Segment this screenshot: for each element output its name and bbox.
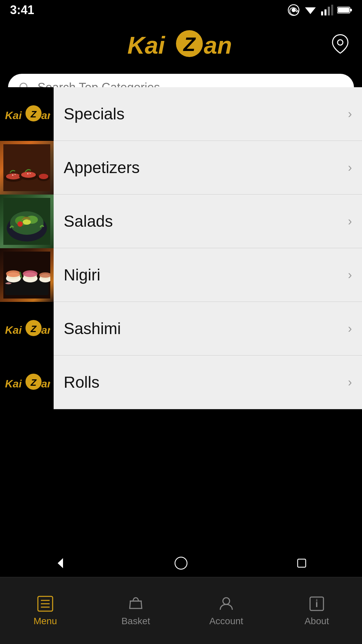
svg-text:Kai: Kai — [5, 324, 22, 336]
svg-marker-2 — [305, 7, 316, 14]
svg-point-60 — [175, 557, 187, 569]
svg-text:Z: Z — [183, 33, 196, 55]
chevron-right-icon: › — [348, 107, 362, 121]
salads-food — [3, 198, 50, 245]
list-item[interactable]: Kai Z an Rolls › — [0, 356, 362, 409]
svg-point-27 — [39, 174, 48, 179]
list-item[interactable]: Appetizers › — [0, 141, 362, 195]
account-icon-svg — [218, 595, 235, 612]
svg-point-38 — [17, 221, 23, 227]
svg-text:Kai: Kai — [127, 32, 166, 59]
svg-text:Z: Z — [30, 324, 37, 334]
chevron-right-icon: › — [348, 375, 362, 389]
basket-icon — [127, 595, 144, 612]
svg-point-28 — [12, 174, 13, 176]
svg-text:an: an — [204, 32, 232, 59]
content-area: Kai Z an Specials › — [0, 87, 362, 550]
bottom-nav: Menu Basket Account i — [0, 577, 362, 644]
category-list: Kai Z an Specials › — [0, 87, 362, 409]
list-item[interactable]: Kai Z an Specials › — [0, 87, 362, 141]
svg-point-31 — [30, 173, 31, 174]
chevron-right-icon: › — [348, 268, 362, 282]
category-thumb-rolls: Kai Z an — [0, 356, 54, 409]
wifi-icon — [304, 5, 317, 15]
basket-icon-svg — [127, 595, 144, 612]
svg-point-25 — [21, 172, 36, 178]
category-label-appetizers: Appetizers — [54, 158, 348, 177]
svg-text:an: an — [41, 109, 50, 121]
header: Kai Z an — [0, 20, 362, 67]
recents-icon — [295, 556, 308, 570]
android-nav-bar — [0, 550, 362, 577]
home-button[interactable] — [174, 556, 188, 571]
category-label-nigiri: Nigiri — [54, 266, 348, 284]
svg-text:Z: Z — [30, 109, 37, 119]
svg-rect-21 — [3, 144, 50, 191]
about-icon-svg: i — [308, 595, 325, 612]
nigiri-food — [3, 252, 50, 299]
nav-item-basket[interactable]: Basket — [90, 577, 181, 644]
svg-text:an: an — [41, 378, 50, 390]
chevron-right-icon: › — [348, 322, 362, 336]
list-item[interactable]: Nigiri › — [0, 248, 362, 302]
category-thumb-salads — [0, 195, 54, 248]
account-icon — [218, 595, 235, 612]
svg-text:Kai: Kai — [5, 109, 22, 121]
svg-point-23 — [6, 173, 21, 179]
nav-label-account: Account — [209, 616, 243, 627]
svg-rect-5 — [328, 7, 330, 15]
chevron-right-icon: › — [348, 161, 362, 175]
rolls-logo: Kai Z an — [3, 369, 50, 396]
category-thumb-sashimi: Kai Z an — [0, 302, 54, 356]
status-time: 3:41 — [10, 3, 34, 17]
sashimi-logo: Kai Z an — [3, 315, 50, 342]
category-label-specials: Specials — [54, 105, 348, 123]
status-bar: 3:41 — [0, 0, 362, 20]
svg-rect-8 — [350, 9, 352, 11]
notification-icon — [288, 4, 300, 16]
appetizers-food — [3, 144, 50, 191]
svg-text:Kai: Kai — [5, 378, 22, 390]
location-button[interactable] — [328, 32, 352, 56]
svg-rect-61 — [298, 559, 306, 567]
nav-label-menu: Menu — [34, 616, 57, 627]
status-icons — [288, 4, 352, 16]
svg-point-29 — [15, 174, 16, 175]
svg-text:i: i — [315, 599, 318, 609]
svg-rect-6 — [331, 5, 333, 15]
signal-icon — [321, 5, 333, 15]
svg-point-14 — [338, 40, 343, 45]
svg-rect-4 — [324, 9, 326, 15]
svg-marker-59 — [58, 558, 63, 568]
svg-rect-3 — [321, 11, 323, 15]
list-item[interactable]: Salads › — [0, 195, 362, 248]
menu-icon-svg — [37, 595, 54, 612]
svg-point-67 — [223, 598, 230, 604]
category-label-sashimi: Sashimi — [54, 319, 348, 338]
nav-item-menu[interactable]: Menu — [0, 577, 90, 644]
svg-point-43 — [6, 270, 21, 277]
svg-point-46 — [23, 270, 38, 277]
specials-logo: Kai Z an — [3, 101, 50, 127]
nav-item-about[interactable]: i About — [272, 577, 362, 644]
category-label-rolls: Rolls — [54, 373, 348, 391]
recents-button[interactable] — [295, 556, 308, 571]
svg-text:Z: Z — [30, 377, 37, 388]
svg-point-37 — [23, 219, 31, 225]
category-label-salads: Salads — [54, 212, 348, 230]
svg-point-1 — [292, 8, 296, 12]
back-icon — [54, 556, 67, 570]
menu-icon — [37, 595, 54, 612]
nav-item-account[interactable]: Account — [181, 577, 272, 644]
back-button[interactable] — [54, 556, 67, 571]
food-decoration-appetizers — [0, 141, 54, 195]
nav-label-about: About — [304, 616, 329, 627]
location-icon — [328, 32, 352, 55]
home-icon — [174, 556, 188, 570]
list-item[interactable]: Kai Z an Sashimi › — [0, 302, 362, 356]
app-logo: Kai Z an — [127, 27, 235, 60]
category-thumb-nigiri — [0, 248, 54, 302]
chevron-right-icon: › — [348, 214, 362, 228]
svg-text:an: an — [41, 324, 50, 336]
logo-svg: Kai Z an — [127, 27, 235, 60]
